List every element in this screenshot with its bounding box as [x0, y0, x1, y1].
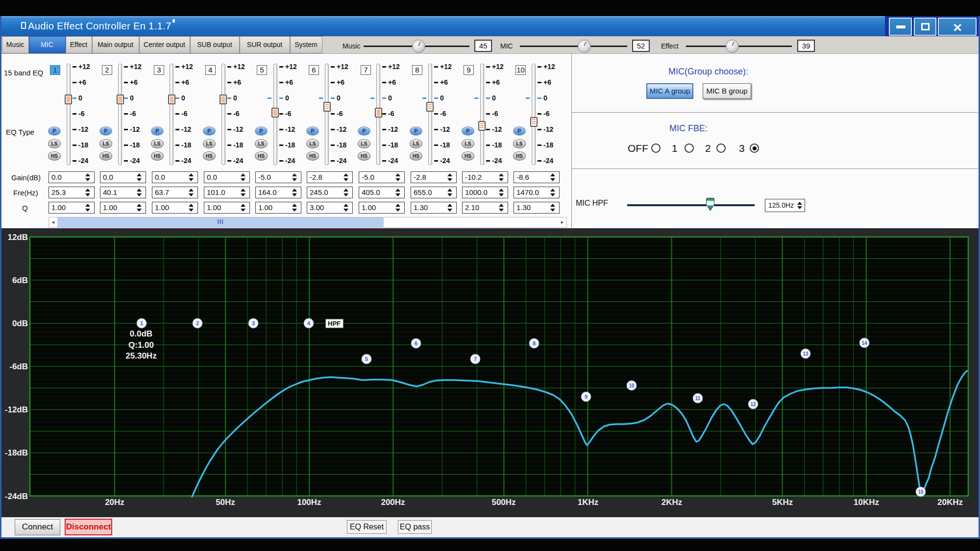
svg-text:3: 3 — [252, 320, 255, 326]
svg-text:6: 6 — [415, 340, 417, 346]
svg-text:-24dB: -24dB — [5, 492, 28, 501]
svg-text:1KHz: 1KHz — [578, 498, 599, 507]
svg-text:12: 12 — [750, 402, 756, 407]
svg-text:14: 14 — [861, 340, 867, 346]
svg-text:100Hz: 100Hz — [297, 498, 321, 507]
svg-text:5KHz: 5KHz — [772, 498, 793, 507]
svg-text:200Hz: 200Hz — [381, 498, 405, 507]
svg-text:Q:1.00: Q:1.00 — [128, 340, 154, 350]
svg-text:11: 11 — [695, 396, 701, 401]
svg-text:5: 5 — [365, 356, 368, 362]
svg-text:0.0dB: 0.0dB — [130, 329, 152, 338]
svg-text:-6dB: -6dB — [9, 362, 28, 371]
svg-text:7: 7 — [474, 356, 477, 362]
svg-text:10: 10 — [629, 383, 635, 388]
svg-text:20Hz: 20Hz — [105, 498, 124, 507]
svg-text:6dB: 6dB — [12, 276, 28, 285]
svg-text:20KHz: 20KHz — [937, 498, 963, 507]
svg-text:HPF: HPF — [328, 320, 341, 327]
svg-text:-12dB: -12dB — [5, 405, 28, 414]
svg-text:4: 4 — [307, 320, 311, 326]
svg-text:10KHz: 10KHz — [854, 498, 879, 507]
svg-text:12dB: 12dB — [7, 233, 28, 242]
svg-text:2KHz: 2KHz — [662, 498, 683, 507]
svg-text:8: 8 — [533, 340, 536, 346]
svg-text:1: 1 — [140, 320, 143, 326]
svg-text:-18dB: -18dB — [5, 448, 28, 457]
svg-text:0dB: 0dB — [12, 319, 28, 328]
svg-text:15: 15 — [918, 489, 924, 495]
svg-text:13: 13 — [803, 351, 808, 357]
svg-text:25.30Hz: 25.30Hz — [125, 351, 156, 360]
svg-text:2: 2 — [196, 320, 199, 326]
svg-text:9: 9 — [585, 394, 588, 400]
svg-text:500Hz: 500Hz — [491, 498, 515, 507]
svg-text:50Hz: 50Hz — [216, 498, 235, 507]
